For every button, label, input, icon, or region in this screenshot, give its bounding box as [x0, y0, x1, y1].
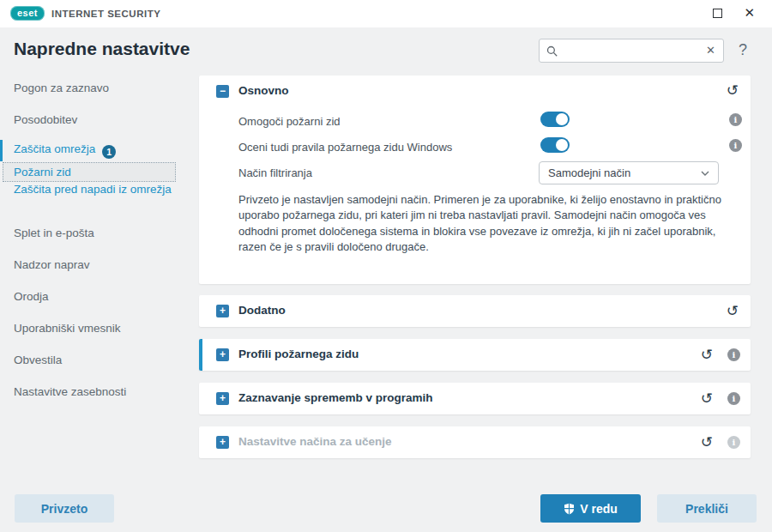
- sidebar-item-nadzor-naprav[interactable]: Nadzor naprav: [14, 258, 90, 271]
- section-title: Dodatno: [238, 304, 286, 317]
- button-label: Prekliči: [685, 502, 728, 516]
- info-icon[interactable]: i: [729, 113, 742, 126]
- section-nastavitve-nacina-za-ucenje: + Nastavitve načina za učenje ↺ i: [199, 426, 751, 458]
- sidebar-item-splet-in-eposta[interactable]: Splet in e-pošta: [14, 227, 94, 239]
- expand-icon[interactable]: +: [216, 348, 229, 361]
- info-icon[interactable]: i: [727, 348, 740, 361]
- section-title: Nastavitve načina za učenje: [238, 435, 392, 448]
- attention-badge: 1: [102, 145, 116, 159]
- revert-section-icon[interactable]: ↺: [701, 392, 713, 405]
- section-title: Zaznavanje sprememb v programih: [238, 391, 433, 404]
- filtering-mode-select[interactable]: Samodejni način: [539, 161, 719, 184]
- enable-firewall-toggle[interactable]: [540, 112, 570, 127]
- sidebar-item-nastavitve-zasebnosti[interactable]: Nastavitve zasebnosti: [14, 385, 126, 398]
- section-profili-pozarnega-zidu[interactable]: + Profili požarnega zidu ↺ i: [199, 339, 751, 371]
- sidebar-item-posodobitev[interactable]: Posodobitev: [14, 113, 77, 126]
- selected-option: Samodejni način: [548, 166, 630, 179]
- eset-logo: eset: [10, 6, 45, 21]
- active-section-indicator: [0, 140, 3, 161]
- page-title: Napredne nastavitve: [14, 39, 190, 59]
- section-osnovno: − Osnovno ↺ Omogoči požarni zid i Oceni …: [199, 76, 751, 284]
- revert-section-icon[interactable]: ↺: [701, 348, 713, 361]
- info-icon[interactable]: i: [729, 139, 742, 152]
- expand-icon[interactable]: +: [216, 305, 229, 317]
- titlebar: eset INTERNET SECURITY ✕: [0, 0, 772, 27]
- section-title: Profili požarnega zidu: [238, 348, 359, 360]
- help-icon[interactable]: ?: [739, 41, 747, 59]
- info-icon[interactable]: i: [727, 392, 740, 405]
- search-input[interactable]: [564, 40, 697, 61]
- product-name: INTERNET SECURITY: [51, 9, 160, 19]
- revert-section-icon[interactable]: ↺: [727, 84, 739, 97]
- button-label: V redu: [580, 502, 618, 516]
- section-zaznavanje-sprememb[interactable]: + Zaznavanje sprememb v programih ↺ i: [199, 383, 751, 414]
- sidebar-item-pozarni-zid[interactable]: Požarni zid: [3, 162, 176, 182]
- sidebar-item-zascita-omrezja[interactable]: Zaščita omrežja1: [14, 142, 116, 159]
- windows-rules-toggle[interactable]: [540, 137, 570, 153]
- filtering-mode-description: Privzeto je nastavljen samodejni način. …: [238, 192, 736, 256]
- setting-label-enable-firewall: Omogoči požarni zid: [238, 115, 341, 128]
- close-icon[interactable]: ✕: [744, 5, 755, 21]
- sidebar-item-label: Zaščita omrežja: [14, 142, 95, 155]
- sidebar-item-pogon-za-zaznavo[interactable]: Pogon za zaznavo: [14, 82, 109, 94]
- maximize-icon[interactable]: [713, 9, 722, 18]
- section-dodatno[interactable]: + Dodatno ↺: [199, 295, 751, 327]
- sidebar-item-orodja[interactable]: Orodja: [14, 290, 49, 303]
- ok-button[interactable]: V redu: [540, 494, 641, 523]
- button-label: Privzeto: [41, 502, 87, 516]
- sidebar-item-zascita-pred-napadi[interactable]: Zaščita pred napadi iz omrežja: [14, 182, 177, 198]
- cancel-button[interactable]: Prekliči: [657, 494, 757, 523]
- uac-shield-icon: [564, 503, 575, 515]
- section-title: Osnovno: [238, 84, 289, 97]
- app-window: eset INTERNET SECURITY ✕ Napredne nastav…: [0, 0, 772, 532]
- info-icon: i: [727, 436, 740, 449]
- clear-search-icon[interactable]: ✕: [706, 44, 715, 57]
- setting-label-filtering-mode: Način filtriranja: [238, 166, 312, 179]
- revert-section-icon[interactable]: ↺: [727, 305, 739, 317]
- chevron-down-icon: [701, 171, 709, 176]
- sidebar-item-obvestila[interactable]: Obvestila: [14, 354, 62, 366]
- search-box: ✕: [539, 39, 724, 63]
- setting-label-windows-rules: Oceni tudi pravila požarnega zidu Window…: [238, 141, 452, 154]
- collapse-icon[interactable]: −: [216, 85, 229, 98]
- expand-icon[interactable]: +: [216, 436, 229, 449]
- default-button[interactable]: Privzeto: [15, 494, 114, 523]
- sidebar-item-uporabniski-vmesnik[interactable]: Uporabniški vmesnik: [14, 322, 121, 335]
- search-icon: [546, 45, 558, 57]
- revert-section-icon[interactable]: ↺: [701, 436, 713, 449]
- expand-icon[interactable]: +: [216, 392, 229, 405]
